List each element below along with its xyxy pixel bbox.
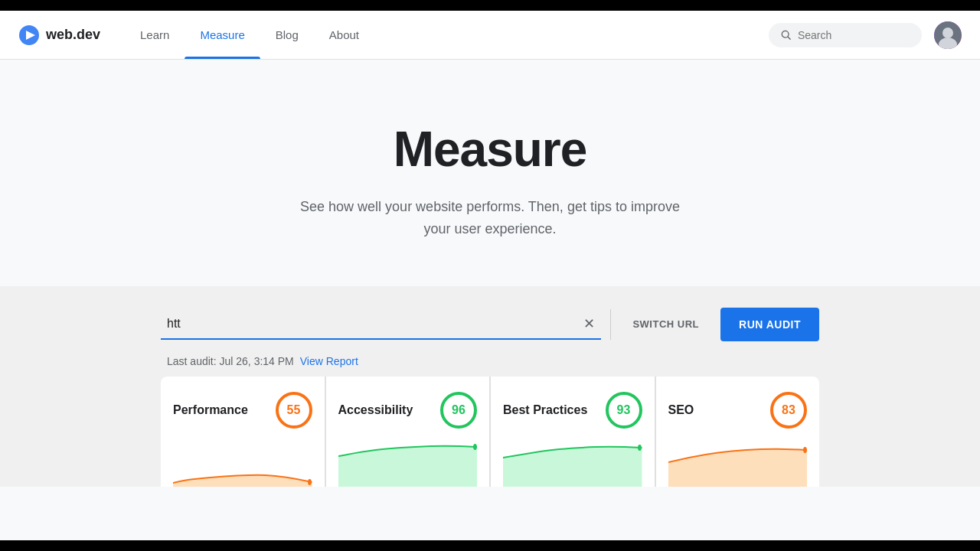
score-card-header: Best Practices 93	[503, 392, 642, 429]
logo-icon	[18, 24, 40, 46]
score-chart	[338, 441, 478, 487]
score-card-title: SEO	[668, 403, 694, 417]
svg-point-9	[638, 445, 642, 451]
hero-subtitle: See how well your website performs. Then…	[299, 196, 681, 240]
score-card-header: Accessibility 96	[338, 392, 478, 429]
header-right	[769, 21, 962, 49]
svg-point-10	[803, 447, 807, 453]
logo[interactable]: web.dev	[18, 24, 100, 46]
score-card-title: Best Practices	[503, 403, 587, 417]
nav-item-learn[interactable]: Learn	[125, 11, 185, 59]
view-report-link[interactable]: View Report	[300, 355, 358, 367]
url-clear-button[interactable]: ✕	[583, 317, 595, 331]
svg-line-3	[788, 37, 790, 39]
score-card-title: Performance	[173, 403, 248, 417]
chart-svg	[668, 441, 808, 487]
score-card-header: SEO 83	[668, 392, 808, 429]
run-audit-button[interactable]: RUN AUDIT	[720, 308, 819, 341]
nav: Learn Measure Blog About	[125, 11, 769, 59]
score-badge: 96	[440, 392, 477, 429]
nav-item-measure[interactable]: Measure	[185, 11, 260, 59]
search-box[interactable]	[769, 23, 922, 47]
hero-title: Measure	[18, 121, 962, 178]
audit-section: ✕ SWITCH URL RUN AUDIT Last audit: Jul 2…	[0, 286, 980, 487]
svg-point-8	[473, 444, 477, 450]
score-card-seo: SEO 83	[656, 377, 820, 487]
score-chart	[173, 441, 312, 487]
score-card-header: Performance 55	[173, 392, 312, 429]
audit-input-row: ✕ SWITCH URL RUN AUDIT	[161, 302, 819, 347]
switch-url-button[interactable]: SWITCH URL	[620, 311, 711, 337]
score-card-accessibility: Accessibility 96	[326, 377, 490, 487]
score-card-title: Accessibility	[338, 403, 413, 417]
avatar[interactable]	[934, 21, 962, 49]
chart-svg	[173, 441, 312, 487]
last-audit-text: Last audit: Jul 26, 3:14 PM	[167, 355, 294, 367]
score-badge: 83	[770, 392, 807, 429]
url-input-wrapper: ✕	[161, 309, 601, 340]
url-input[interactable]	[161, 309, 601, 338]
nav-item-about[interactable]: About	[314, 11, 374, 59]
search-input[interactable]	[798, 29, 910, 41]
nav-item-blog[interactable]: Blog	[260, 11, 314, 59]
last-audit-row: Last audit: Jul 26, 3:14 PM View Report	[161, 347, 819, 377]
svg-point-5	[942, 28, 953, 38]
header: web.dev Learn Measure Blog About	[0, 11, 980, 60]
score-cards: Performance 55 Accessibility 96	[161, 377, 819, 487]
score-card-performance: Performance 55	[161, 377, 325, 487]
score-chart	[503, 441, 642, 487]
svg-point-7	[308, 479, 312, 485]
top-bar	[0, 0, 980, 11]
score-badge: 93	[606, 392, 642, 429]
score-card-best-practices: Best Practices 93	[491, 377, 655, 487]
chart-svg	[338, 441, 478, 487]
divider	[610, 309, 611, 340]
score-chart	[668, 441, 808, 487]
chart-svg	[503, 441, 642, 487]
score-badge: 55	[276, 392, 312, 429]
search-icon	[781, 29, 792, 41]
hero-section: Measure See how well your website perfor…	[0, 60, 980, 286]
logo-text: web.dev	[46, 27, 100, 43]
